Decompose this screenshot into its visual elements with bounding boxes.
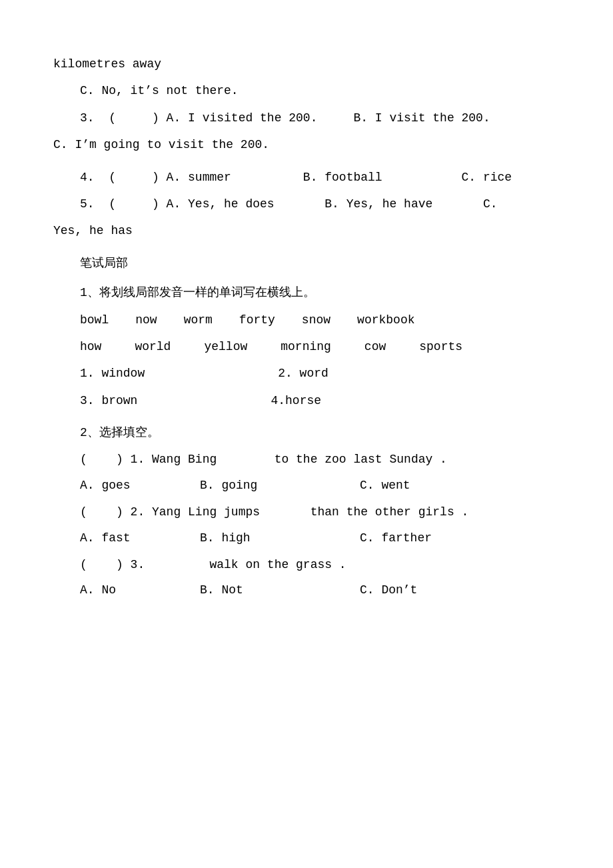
instruction2: 2、选择填空。 xyxy=(53,422,573,443)
word-forty: forty xyxy=(239,309,275,331)
q4-line: 4. ( ) A. summer B. football C. rice xyxy=(53,167,573,188)
words-row1: bowl now worm forty snow workbook xyxy=(53,309,573,331)
words-row2: how world yellow morning cow sports xyxy=(53,336,573,357)
fill2-label: 2. word xyxy=(278,363,328,384)
q-fill2-c: C. farther xyxy=(360,527,573,549)
word-morning: morning xyxy=(281,336,331,357)
word-how: how xyxy=(80,336,101,357)
fill-row2: 3. brown 4.horse xyxy=(53,390,573,411)
main-content: kilometres away C. No, it’s not there. 3… xyxy=(53,53,573,601)
q-fill2: ( ) 2. Yang Ling jumps than the other gi… xyxy=(53,501,573,523)
q-fill1-options: A. goes B. going C. went xyxy=(53,475,573,496)
word-workbook: workbook xyxy=(357,309,414,331)
q-fill2-b: B. high xyxy=(200,527,360,549)
q5-line2: Yes, he has xyxy=(53,220,573,241)
fill3-label: 3. brown xyxy=(80,390,137,411)
q-fill1-a: A. goes xyxy=(80,475,200,496)
word-yellow: yellow xyxy=(204,336,247,357)
c-no-line: C. No, it’s not there. xyxy=(53,80,573,101)
section-written-title: 笔试局部 xyxy=(53,253,573,274)
word-sports: sports xyxy=(419,336,462,357)
q-fill2-options: A. fast B. high C. farther xyxy=(53,527,573,549)
q-fill3-a: A. No xyxy=(80,579,200,601)
q-fill1: ( ) 1. Wang Bing to the zoo last Sunday … xyxy=(53,449,573,470)
q-fill3-options: A. No B. Not C. Don’t xyxy=(53,579,573,601)
q5-line1: 5. ( ) A. Yes, he does B. Yes, he have C… xyxy=(53,193,573,215)
q-fill3-c: C. Don’t xyxy=(360,579,573,601)
fill-row1: 1. window 2. word xyxy=(53,363,573,384)
q-fill3-b: B. Not xyxy=(200,579,360,601)
word-now: now xyxy=(135,309,157,331)
q3-c-line: C. I’m going to visit the 200. xyxy=(53,134,573,155)
instruction1: 1、将划线局部发音一样的单词写在横线上。 xyxy=(53,282,573,303)
word-snow: snow xyxy=(302,309,330,331)
q-fill3: ( ) 3. walk on the grass . xyxy=(53,554,573,575)
q3-line: 3. ( ) A. I visited the 200. B. I visit … xyxy=(53,107,573,129)
q-fill1-c: C. went xyxy=(360,475,573,496)
word-cow: cow xyxy=(364,336,386,357)
word-bowl: bowl xyxy=(80,309,109,331)
word-world: world xyxy=(135,336,171,357)
word-worm: worm xyxy=(184,309,213,331)
q-fill1-b: B. going xyxy=(200,475,360,496)
q-fill2-a: A. fast xyxy=(80,527,200,549)
fill1-label: 1. window xyxy=(80,363,145,384)
kilometres-line: kilometres away xyxy=(53,53,573,75)
fill4-label: 4.horse xyxy=(271,390,321,411)
